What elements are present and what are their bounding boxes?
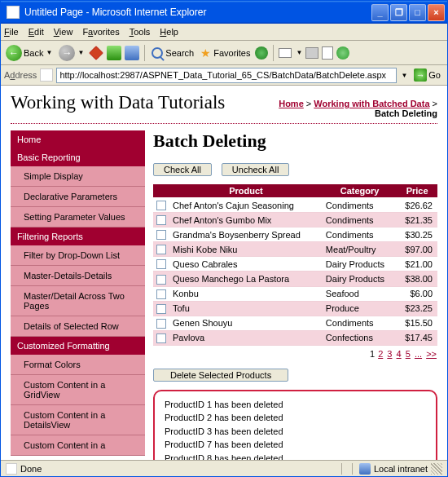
sidebar-item-11[interactable]: Format Colors — [11, 355, 145, 375]
cell-price: $6.00 — [397, 286, 437, 301]
address-dropdown-icon[interactable]: ▼ — [401, 72, 407, 79]
sidebar-item-0[interactable]: Home — [11, 130, 145, 148]
row-checkbox[interactable] — [156, 319, 166, 329]
address-input[interactable] — [56, 68, 397, 83]
edit-icon[interactable] — [322, 46, 333, 60]
forward-arrow-icon: → — [59, 45, 75, 61]
close-button[interactable]: × — [428, 4, 445, 21]
pager-ellipsis[interactable]: ... — [415, 349, 422, 359]
sidebar-item-5[interactable]: Filtering Reports — [11, 227, 145, 245]
pager-page-3[interactable]: 3 — [387, 349, 392, 359]
stop-icon[interactable] — [89, 46, 103, 60]
cell-category: Dairy Products — [323, 272, 397, 286]
sidebar-item-6[interactable]: Filter by Drop-Down List — [11, 245, 145, 266]
menu-help[interactable]: Help — [160, 27, 178, 37]
back-dropdown-icon[interactable]: ▼ — [46, 49, 52, 56]
home-icon[interactable] — [125, 46, 139, 60]
table-row: Mishi Kobe NikuMeat/Poultry$97.00 — [153, 242, 437, 257]
menu-file[interactable]: File — [4, 27, 19, 37]
breadcrumb-home[interactable]: Home — [279, 99, 304, 108]
sidebar-item-9[interactable]: Details of Selected Row — [11, 316, 145, 337]
sidebar-item-14[interactable]: Custom Content in a — [11, 435, 145, 456]
sidebar-item-13[interactable]: Custom Content in a DetailsView — [11, 405, 145, 435]
menu-view[interactable]: View — [54, 27, 73, 37]
row-checkbox[interactable] — [156, 289, 166, 299]
back-button[interactable]: ← Back ▼ — [4, 43, 54, 63]
table-row: Genen ShouyuCondiments$15.50 — [153, 316, 437, 330]
zone-icon — [359, 463, 371, 475]
cell-category: Produce — [323, 301, 397, 316]
row-checkbox[interactable] — [156, 201, 166, 210]
sidebar-item-4[interactable]: Setting Parameter Values — [11, 207, 145, 227]
uncheck-all-button[interactable]: Uncheck All — [222, 163, 289, 176]
separator — [144, 45, 145, 61]
messenger-icon[interactable] — [336, 46, 349, 60]
cell-category: Condiments — [323, 213, 397, 227]
minimize-button[interactable]: _ — [371, 4, 389, 21]
cell-product: Grandma's Boysenberry Spread — [169, 227, 323, 242]
forward-button[interactable]: → ▼ — [57, 43, 86, 63]
print-icon[interactable] — [305, 47, 318, 59]
sidebar-item-1[interactable]: Basic Reporting — [11, 148, 145, 166]
table-row: Queso Manchego La PastoraDairy Products$… — [153, 272, 437, 286]
col-price: Price — [397, 184, 437, 198]
table-row: Chef Anton's Gumbo MixCondiments$21.35 — [153, 213, 437, 227]
row-checkbox[interactable] — [156, 215, 166, 225]
cell-price: $21.35 — [397, 213, 437, 227]
sidebar-item-7[interactable]: Master-Details-Details — [11, 266, 145, 286]
refresh-icon[interactable] — [107, 46, 121, 60]
pager-page-4[interactable]: 4 — [397, 349, 402, 359]
cell-category: Condiments — [323, 198, 397, 213]
sidebar-item-10[interactable]: Customized Formatting — [11, 337, 145, 355]
row-checkbox[interactable] — [156, 259, 166, 269]
mail-dropdown-icon[interactable]: ▼ — [296, 49, 302, 56]
sidebar-item-12[interactable]: Custom Content in a GridView — [11, 375, 145, 405]
viewport[interactable]: Working with Data Tutorials Home > Worki… — [1, 86, 447, 462]
cell-category: Condiments — [323, 227, 397, 242]
address-label: Address — [4, 70, 37, 80]
cell-category: Seafood — [323, 286, 397, 301]
search-icon — [152, 47, 163, 59]
result-message: ProductID 2 has been deleted — [165, 411, 426, 425]
col-checkbox — [153, 184, 169, 198]
menu-tools[interactable]: Tools — [130, 27, 151, 37]
search-button[interactable]: Search — [150, 46, 195, 60]
sidebar-item-3[interactable]: Declarative Parameters — [11, 187, 145, 207]
row-checkbox[interactable] — [156, 230, 166, 240]
cell-price: $23.25 — [397, 301, 437, 316]
divider — [11, 123, 437, 124]
delete-selected-button[interactable]: Delete Selected Products — [153, 369, 288, 382]
forward-dropdown-icon[interactable]: ▼ — [77, 49, 84, 56]
breadcrumb-section[interactable]: Working with Batched Data — [314, 99, 429, 108]
row-checkbox[interactable] — [156, 333, 166, 343]
row-checkbox[interactable] — [156, 304, 166, 314]
restore-button[interactable]: ❐ — [390, 4, 407, 21]
ie-icon — [7, 6, 20, 19]
sidebar-item-8[interactable]: Master/Detail Across Two Pages — [11, 286, 145, 316]
statusbar: Done Local intranet — [1, 460, 447, 476]
mail-icon[interactable] — [279, 48, 292, 58]
cell-product: Chef Anton's Gumbo Mix — [169, 213, 323, 227]
media-icon[interactable] — [255, 46, 268, 60]
table-row: PavlovaConfections$17.45 — [153, 330, 437, 345]
sidebar-item-2[interactable]: Simple Display — [11, 166, 145, 187]
window-title: Untitled Page - Microsoft Internet Explo… — [23, 7, 371, 18]
go-arrow-icon: → — [414, 68, 427, 82]
menu-edit[interactable]: Edit — [29, 27, 44, 37]
pager-next[interactable]: >> — [426, 349, 437, 359]
row-checkbox[interactable] — [156, 245, 166, 254]
pager-page-5[interactable]: 5 — [406, 349, 411, 359]
row-checkbox[interactable] — [156, 275, 166, 285]
favorites-button[interactable]: ★ Favorites — [199, 45, 252, 61]
check-all-button[interactable]: Check All — [153, 163, 212, 176]
maximize-button[interactable]: □ — [409, 4, 426, 21]
table-row: KonbuSeafood$6.00 — [153, 286, 437, 301]
menubar: File Edit View Favorites Tools Help — [1, 24, 447, 41]
addressbar: Address ▼ → Go — [1, 65, 447, 86]
menu-favorites[interactable]: Favorites — [82, 27, 119, 37]
resize-grip[interactable] — [431, 463, 442, 475]
pager-current: 1 — [370, 349, 375, 359]
cell-product: Queso Manchego La Pastora — [169, 272, 323, 286]
go-button[interactable]: → Go — [411, 67, 444, 83]
pager-page-2[interactable]: 2 — [378, 349, 383, 359]
